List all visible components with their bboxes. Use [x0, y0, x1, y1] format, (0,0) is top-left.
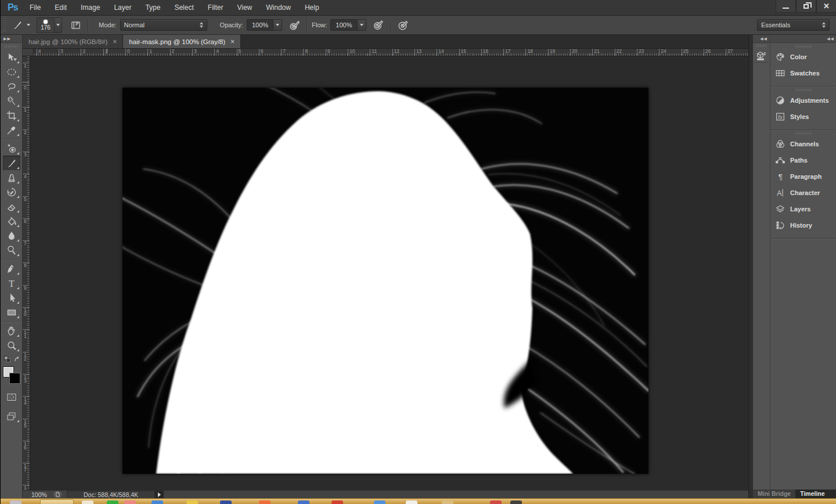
menu-file[interactable]: File [23, 0, 48, 15]
screen-mode-button[interactable] [3, 409, 20, 423]
crop-tool[interactable] [3, 108, 20, 123]
tools-collapse-button[interactable]: ▶▶ [1, 35, 22, 43]
options-grip[interactable] [3, 19, 6, 31]
taskbar-icon[interactable] [82, 501, 93, 504]
brush-size-dropdown-arrow[interactable] [54, 17, 62, 33]
taskbar-icon[interactable] [152, 501, 163, 504]
menu-view[interactable]: View [230, 0, 259, 15]
panel-grip[interactable] [795, 45, 812, 48]
type-tool[interactable]: T [3, 276, 20, 290]
lasso-tool[interactable] [3, 79, 20, 93]
eraser-tool[interactable] [3, 199, 20, 214]
flow-field[interactable]: 100% [330, 19, 366, 31]
panel-tab-swatches[interactable]: Swatches [770, 65, 836, 81]
taskbar-icon[interactable] [186, 501, 198, 504]
panel-tab-channels[interactable]: Channels [770, 136, 836, 152]
taskbar-icon[interactable] [374, 501, 385, 504]
close-button[interactable]: ✕ [816, 0, 836, 13]
move-tool[interactable] [3, 50, 20, 64]
clone-stamp-tool[interactable] [3, 170, 20, 185]
blur-tool[interactable] [3, 228, 20, 243]
document-tab-1[interactable]: hair-mask.png @ 100% (Gray/8)× [123, 35, 241, 48]
opacity-dropdown-arrow[interactable] [273, 20, 282, 30]
taskbar-icon[interactable] [220, 501, 232, 504]
3d-panel-icon[interactable] [754, 49, 769, 63]
dodge-tool[interactable] [3, 243, 20, 257]
brush-size-picker[interactable]: 176 [37, 17, 62, 33]
panel-collapse-chevrons[interactable]: ◀◀ [770, 35, 836, 43]
panel-collapse-chevrons[interactable]: ◀◀ [753, 35, 770, 43]
panel-tab-character[interactable]: ACharacter [770, 185, 836, 201]
restore-button[interactable] [796, 0, 816, 13]
status-flyout-arrow[interactable] [155, 491, 164, 499]
default-and-swap-colors[interactable] [3, 356, 20, 364]
panel-tab-layers[interactable]: Layers [770, 201, 836, 217]
paint-bucket-tool[interactable] [3, 214, 20, 228]
workspace-switcher[interactable]: Essentials [757, 19, 830, 31]
menu-help[interactable]: Help [298, 0, 326, 15]
taskbar-icon[interactable] [331, 501, 343, 504]
ruler-origin-box[interactable] [23, 49, 34, 56]
panel-divider[interactable] [748, 35, 753, 498]
panel-grip[interactable] [795, 132, 812, 135]
taskbar-icon[interactable] [490, 501, 502, 504]
menu-filter[interactable]: Filter [201, 0, 230, 15]
taskbar-icon[interactable] [442, 501, 453, 504]
brush-tool-preset-icon[interactable] [10, 18, 25, 32]
taskbar-icon[interactable] [107, 501, 118, 504]
flow-dropdown-arrow[interactable] [357, 20, 366, 30]
eyedropper-tool[interactable] [3, 123, 20, 137]
menu-window[interactable]: Window [259, 0, 298, 15]
zoom-level-field[interactable]: 100% [31, 491, 53, 498]
taskbar-icon[interactable] [124, 501, 136, 504]
opacity-field[interactable]: 100% [247, 19, 282, 31]
tool-preset-arrow-icon[interactable] [25, 18, 32, 32]
close-tab-icon[interactable]: × [230, 39, 235, 45]
bottom-tab-mini-bridge[interactable]: Mini Bridge [753, 489, 795, 498]
path-selection-tool[interactable] [3, 290, 20, 305]
hand-tool[interactable] [3, 323, 20, 338]
panel-tab-styles[interactable]: fxStyles [770, 109, 836, 125]
tablet-pressure-opacity-icon[interactable] [287, 18, 302, 32]
menu-layer[interactable]: Layer [107, 0, 138, 15]
healing-tool[interactable] [3, 141, 20, 156]
taskbar-icon[interactable] [259, 501, 271, 504]
swap-colors-icon[interactable] [13, 356, 20, 363]
panel-tab-history[interactable]: History [770, 217, 836, 233]
taskbar-app-button[interactable] [40, 499, 74, 504]
close-tab-icon[interactable]: × [113, 39, 117, 45]
history-brush-tool[interactable] [3, 185, 20, 199]
brush-tool[interactable] [3, 156, 20, 170]
toggle-brush-panel-icon[interactable] [68, 18, 83, 32]
document-tab-0[interactable]: hair.jpg @ 100% (RGB/8#)× [23, 35, 123, 48]
marquee-tool[interactable] [3, 64, 20, 79]
panel-tab-color[interactable]: Color [770, 49, 836, 65]
windows-taskbar[interactable] [1, 498, 836, 504]
tools-grip[interactable] [5, 45, 18, 48]
document-size-readout[interactable]: Doc: 588,4K/588,4K [67, 491, 155, 499]
blend-mode-select[interactable]: Normal [120, 19, 207, 31]
menu-type[interactable]: Type [138, 0, 167, 15]
minimize-button[interactable] [776, 0, 796, 13]
panel-grip[interactable] [756, 45, 767, 47]
quick-mask-button[interactable] [3, 390, 20, 404]
zoom-tool[interactable] [3, 338, 20, 352]
background-color-swatch[interactable] [9, 373, 20, 384]
taskbar-icon[interactable] [10, 501, 21, 504]
panel-tab-adjustments[interactable]: Adjustments [770, 92, 836, 109]
panel-grip[interactable] [795, 89, 812, 91]
tablet-pressure-size-icon[interactable] [396, 18, 411, 32]
status-flyout-button[interactable] [53, 491, 62, 498]
taskbar-icon[interactable] [406, 501, 417, 504]
menu-image[interactable]: Image [74, 0, 107, 15]
taskbar-icon[interactable] [510, 501, 522, 504]
menu-select[interactable]: Select [167, 0, 200, 15]
pen-tool[interactable] [3, 261, 20, 276]
panel-tab-paragraph[interactable]: ¶Paragraph [770, 168, 836, 185]
taskbar-icon[interactable] [298, 501, 309, 504]
canvas[interactable] [122, 88, 648, 474]
magic-wand-tool[interactable] [3, 93, 20, 108]
menu-edit[interactable]: Edit [48, 0, 74, 15]
shape-tool[interactable] [3, 305, 20, 319]
panel-tab-paths[interactable]: Paths [770, 152, 836, 168]
